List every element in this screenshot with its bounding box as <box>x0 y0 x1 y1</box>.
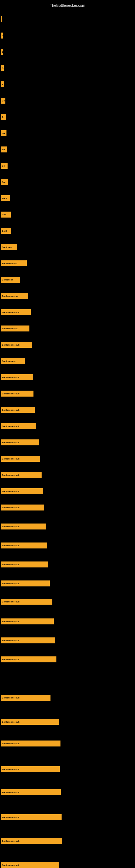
bar-label-text: Bottlenec <box>2 246 12 248</box>
bar-label-text: Bottleneck result <box>2 525 19 528</box>
bar: Bottleneck result <box>1 391 34 397</box>
bar-label-text: Bo <box>2 148 5 151</box>
bar-row: Bot <box>0 179 135 185</box>
bar-row: E <box>0 33 135 38</box>
bar-label-text: Bott <box>2 214 6 216</box>
bar: Bottleneck result <box>1 309 31 315</box>
bar-row: Bottleneck result <box>0 581 135 586</box>
bar-row: Bottleneck result <box>0 309 135 315</box>
bar-label-text: Bottl <box>2 230 7 232</box>
bar-label-text: Bottleneck result <box>2 311 19 314</box>
bar: Bott <box>1 212 11 218</box>
bar-label-text: Bottl <box>2 197 7 199</box>
bar-label-text: Bottleneck re <box>2 360 16 362</box>
bar-row: Bottleneck result <box>0 374 135 380</box>
bar: Bottleneck result <box>1 618 54 624</box>
bar-row: Bo <box>0 147 135 152</box>
bar: B <box>1 65 4 71</box>
bar-row: Bottleneck result <box>0 407 135 413</box>
bar-row: Bottleneck result <box>0 456 135 462</box>
bar: Bo <box>1 130 6 136</box>
bar: Bottleneck result <box>1 741 60 746</box>
bar-row: Bottl <box>0 228 135 234</box>
bar-label-text: Bo <box>2 165 5 167</box>
bar-row: Bottleneck result <box>0 504 135 510</box>
bar-label-text: Bottleneck result <box>2 409 19 411</box>
bar: Bottleneck result <box>1 561 48 567</box>
bar-label-text: Bottleneck result <box>2 639 19 642</box>
bar-row: B <box>0 82 135 87</box>
bar-row: Bottleneck result <box>0 789 135 795</box>
bar-row: Bottleneck result <box>0 423 135 429</box>
bar-row: B <box>0 114 135 120</box>
bar-row: Bottlenec <box>0 244 135 250</box>
bar: Bottleneck res <box>1 260 27 267</box>
bar-label-text: Bottleneck result <box>2 425 19 428</box>
bar: Bottleneck result <box>1 695 50 701</box>
bar-label-text: Bottleneck result <box>2 742 19 745</box>
bar-label-text: B <box>2 83 3 86</box>
bar-row: Bottleneck res <box>0 260 135 267</box>
bar-row: Bottleneck result <box>0 656 135 662</box>
bar-label-text: B <box>2 67 3 69</box>
bar: Bottleneck result <box>1 472 42 478</box>
bar-row: Bottleneck result <box>0 439 135 445</box>
site-title: TheBottlenecker.com <box>0 1 135 10</box>
bar-label-text: Bottleneck result <box>2 393 19 395</box>
bar-label-text: Bottleneck resu <box>2 328 18 330</box>
bar-label-text: Bottleneck result <box>2 344 19 346</box>
bar-label-text: Bottleneck result <box>2 600 19 603</box>
bar-row: Bo <box>0 98 135 104</box>
bar-label-text: Bo <box>2 99 5 102</box>
bar-row: B <box>0 65 135 71</box>
bar-label-text: Bottleneck result <box>2 840 19 842</box>
bar: Bottleneck re <box>1 358 25 364</box>
bar-row: Bottleneck resu <box>0 326 135 332</box>
bar-label-text: Bottleneck result <box>2 506 19 509</box>
bar-row: Bo <box>0 163 135 169</box>
bar-row: Bottleneck result <box>0 741 135 746</box>
bar-row: E <box>0 49 135 55</box>
bar: Bottleneck <box>1 277 20 283</box>
bar-row: Bottleneck result <box>0 695 135 701</box>
bar: Bottleneck result <box>1 581 50 586</box>
bar-row: Bottleneck result <box>0 542 135 549</box>
bar-label-text: Bottleneck result <box>2 658 19 661</box>
bar: Bottleneck result <box>1 814 61 820</box>
bar-label-text: E <box>2 34 3 37</box>
bar: Bottl <box>1 195 10 201</box>
bar-label-text: Bottleneck result <box>2 768 19 771</box>
bar: Bottleneck result <box>1 439 39 445</box>
bar-row: Bottleneck result <box>0 766 135 772</box>
bar: Bottleneck result <box>1 766 60 772</box>
bar: Bottlenec <box>1 244 17 250</box>
bar-row: Bottl <box>0 195 135 201</box>
bar: Bottleneck result <box>1 862 59 868</box>
bar-row: Bottleneck result <box>0 862 135 868</box>
bar-label-text: Bottleneck result <box>2 563 19 566</box>
bar: Bo <box>1 163 8 169</box>
bar-label-text: B <box>2 116 3 118</box>
bar-label-text: Bottleneck result <box>2 864 19 866</box>
bar-row: Bottleneck result <box>0 391 135 397</box>
bar: Bottleneck result <box>1 407 35 413</box>
bar-row: Bottleneck result <box>0 342 135 348</box>
bar-label-text: Bottleneck result <box>2 474 19 476</box>
bar: Bottleneck result <box>1 719 59 725</box>
bar-row: Bottleneck result <box>0 838 135 844</box>
bar-label-text: Bottleneck result <box>2 816 19 818</box>
bar: Bottleneck resu <box>1 326 30 332</box>
bar-label-text: Bottleneck result <box>2 458 19 460</box>
bar: Bottleneck result <box>1 838 62 844</box>
bar-label-text: Bottleneck result <box>2 721 19 723</box>
bar-label-text: Bottleneck <box>2 279 13 281</box>
bar: Bottl <box>1 228 11 234</box>
bar-row: Bottleneck result <box>0 719 135 725</box>
bar-row: Bottleneck resu <box>0 293 135 299</box>
bar-label-text: Bottleneck result <box>2 620 19 623</box>
bar-row: Bottleneck result <box>0 472 135 478</box>
bar-label-text: Bottleneck result <box>2 441 19 444</box>
bar: B <box>1 82 4 87</box>
bar-label-text: Bottleneck res <box>2 262 17 265</box>
bar-row: Bottleneck result <box>0 814 135 820</box>
